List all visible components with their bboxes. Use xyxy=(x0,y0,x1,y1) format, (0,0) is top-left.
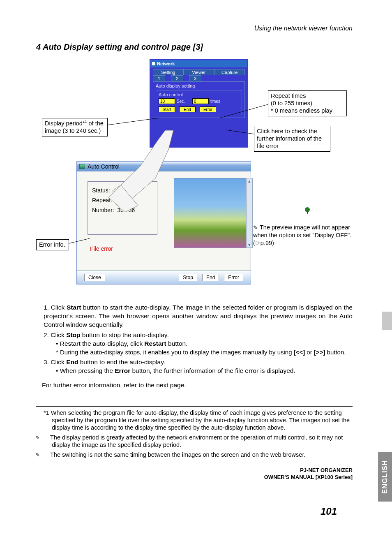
t: * During the auto-display stops, it enab… xyxy=(56,349,294,356)
network-title: Network xyxy=(157,61,175,66)
t: 3. Click xyxy=(44,358,66,365)
status-box: Status: g.. Repeat: 1 Number: 30 / 36 xyxy=(88,181,157,235)
tab-setting[interactable]: Setting xyxy=(153,69,184,75)
t: • When pressing the xyxy=(56,367,115,374)
repeat-label: Repeat: xyxy=(92,197,112,204)
sec-unit: Sec. xyxy=(177,99,185,104)
number-value: 30 / 36 xyxy=(117,207,135,213)
tab-viewer[interactable]: Viewer xyxy=(184,69,214,75)
t: button, the further information of the f… xyxy=(130,367,295,374)
tree-icon xyxy=(305,207,310,214)
restart-bold: Restart xyxy=(144,340,166,347)
footnote-rule xyxy=(36,406,353,407)
language-text: ENGLISH xyxy=(381,460,389,494)
tab-capture[interactable]: Capture xyxy=(214,69,245,75)
auto-control-window: Auto Control Status: g.. Repeat: 1 Numbe… xyxy=(76,161,251,284)
thumb-tab xyxy=(382,312,392,330)
callout-display-period: Display period*1 of the image (3 to 240 … xyxy=(42,118,108,136)
number-label: Number: xyxy=(92,207,114,213)
t: • Restart the auto-display, click xyxy=(56,340,144,347)
t: button. xyxy=(325,349,346,356)
diagram-area: Display period*1 of the image (3 to 240 … xyxy=(36,59,353,302)
language-tab: ENGLISH xyxy=(378,452,392,502)
section-title: 4 Auto Display setting and control page … xyxy=(36,42,353,52)
callout-error-info: Error info. xyxy=(36,239,69,250)
scroll-up-icon[interactable]: ▴ xyxy=(248,178,251,184)
footnote-1: *1 When selecting the program file for a… xyxy=(44,409,353,431)
auto-display-setting-label: Auto display setting xyxy=(156,83,242,88)
t: or xyxy=(305,349,314,356)
t: button. xyxy=(166,340,188,347)
footer-line1: PJ-NET ORGANIZER xyxy=(264,467,353,474)
auto-control-title: Auto Control xyxy=(88,163,120,170)
preview-scrollbar[interactable]: ▴ ▾ xyxy=(246,178,253,248)
end-bold: End xyxy=(66,358,78,365)
running-head: Using the network viewer function xyxy=(36,25,353,34)
callout-text: Display period* xyxy=(45,120,85,127)
footnote-2: ✎The display period is greatly affected … xyxy=(44,434,353,449)
network-titlebar: Network xyxy=(150,60,247,67)
prev-bold: [<<] xyxy=(294,349,305,356)
footnote-3: ✎The switching is not the same timing be… xyxy=(44,451,353,458)
end-button[interactable]: End xyxy=(179,106,196,112)
display-period-input[interactable]: 10 xyxy=(159,98,175,104)
tab-3[interactable]: 3 xyxy=(189,75,201,81)
footer-line2: OWNER'S MANUAL [XP100 Series] xyxy=(264,474,353,481)
step-2: 2. Click Stop button to stop the auto-di… xyxy=(44,331,353,356)
preview-image xyxy=(174,178,246,248)
repeat-times-input[interactable]: 0 xyxy=(192,98,209,104)
t: button to start the auto-display. The im… xyxy=(44,304,353,328)
page-footer: PJ-NET ORGANIZER OWNER'S MANUAL [XP100 S… xyxy=(264,467,353,481)
stop-bold: Stop xyxy=(66,331,80,338)
section-number: 4 xyxy=(36,42,41,51)
t: button to end the auto-display. xyxy=(78,358,165,365)
status-value: g.. xyxy=(115,187,121,194)
repeat-value: 1 xyxy=(115,197,119,204)
tab-2[interactable]: 2 xyxy=(171,75,183,81)
sidenote-text: The preview image will not appear when t… xyxy=(253,224,351,246)
t: The switching is not the same timing bet… xyxy=(50,451,305,458)
status-label: Status: xyxy=(92,187,110,194)
end-button-ac[interactable]: End xyxy=(202,274,219,281)
step-3: 3. Click End button to end the auto-disp… xyxy=(44,358,353,375)
auto-control-button-bar: Close Stop End Error xyxy=(77,270,251,284)
callout-repeat-times: Repeat times (0 to 255 times) * 0 means … xyxy=(268,90,347,116)
footnotes: *1 When selecting the program file for a… xyxy=(36,409,353,459)
further-info: For further error information, refer to … xyxy=(36,381,353,390)
error-button[interactable]: Error xyxy=(200,106,216,112)
network-panel: Network Setting Viewer Capture 1 2 3 Aut… xyxy=(150,59,248,148)
pencil-icon: ✎ xyxy=(44,435,50,441)
file-error-text: File error xyxy=(90,245,113,252)
t: 1. Click xyxy=(44,304,67,311)
page-number: 101 xyxy=(321,506,337,517)
callout-click-error: Click here to check the further informat… xyxy=(254,126,330,152)
step-1: 1. Click Start button to start the auto-… xyxy=(44,303,353,329)
start-button[interactable]: Start xyxy=(159,106,175,112)
scroll-down-icon[interactable]: ▾ xyxy=(248,242,251,247)
tab-1[interactable]: 1 xyxy=(153,75,165,81)
window-icon xyxy=(152,62,155,65)
stop-button[interactable]: Stop xyxy=(179,274,197,281)
t: The display period is greatly affected b… xyxy=(50,434,343,448)
section-title-text: Auto Display setting and control page [3… xyxy=(43,42,203,51)
error-bold: Error xyxy=(115,367,130,374)
times-unit: times xyxy=(210,99,220,104)
auto-control-label: Auto control xyxy=(159,92,239,97)
start-bold: Start xyxy=(67,304,81,311)
error-button-ac[interactable]: Error xyxy=(224,274,243,281)
preview-off-note: ✎The preview image will not appear when … xyxy=(253,224,352,247)
auto-control-titlebar: Auto Control xyxy=(77,162,251,171)
window-icon xyxy=(79,164,85,169)
instructions: 1. Click Start button to start the auto-… xyxy=(36,303,353,390)
t: 2. Click xyxy=(44,331,66,338)
close-button[interactable]: Close xyxy=(84,274,105,281)
pencil-icon: ✎ xyxy=(44,452,50,458)
t: button to stop the auto-display. xyxy=(81,331,169,338)
pencil-icon: ✎ xyxy=(253,224,260,231)
next-bold: [>>] xyxy=(314,349,325,356)
